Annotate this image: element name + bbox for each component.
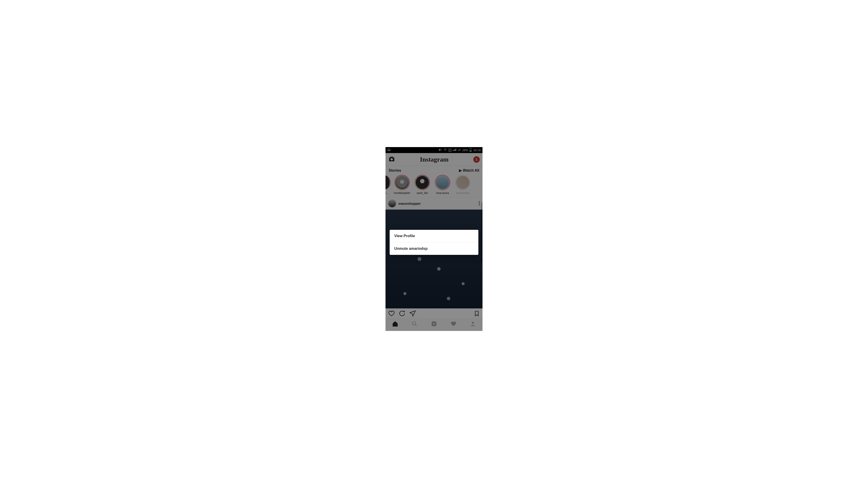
camera-icon[interactable] [388, 156, 395, 163]
clock-time: 16:18 [473, 149, 480, 152]
svg-rect-2 [453, 150, 453, 151]
story-username: humblespiker [394, 191, 410, 195]
svg-point-14 [412, 321, 415, 325]
post-username[interactable]: maceshopper [398, 201, 421, 205]
svg-point-1 [445, 151, 445, 151]
story-username: reza.essra [436, 191, 449, 195]
story-item[interactable]: reza.essra [434, 175, 451, 195]
image-indicator-icon [388, 148, 391, 152]
bottom-nav [385, 319, 483, 329]
dm-badge[interactable]: 1 [473, 156, 480, 163]
svg-rect-4 [455, 149, 455, 151]
svg-rect-3 [454, 150, 454, 151]
watch-all-label: Watch All [463, 168, 479, 172]
share-icon[interactable] [409, 310, 416, 318]
post-options-icon[interactable] [479, 201, 480, 205]
story-username: amariodsp [456, 191, 469, 195]
story-item-muted[interactable]: amariodsp [455, 175, 471, 195]
instagram-logo: Instagram [420, 156, 448, 163]
nav-search-icon[interactable] [411, 321, 417, 328]
stories-header: Stories ▶ Watch All [385, 166, 483, 174]
nav-activity-icon[interactable] [451, 321, 457, 328]
stories-title: Stories [389, 168, 401, 172]
svg-rect-7 [459, 150, 459, 151]
post-header: maceshopper [385, 197, 483, 210]
comment-icon[interactable] [399, 310, 405, 318]
nav-profile-icon[interactable] [470, 321, 476, 328]
story-username: ikin… [385, 191, 389, 195]
svg-line-15 [415, 324, 417, 326]
svg-point-19 [472, 322, 474, 324]
unmute-option[interactable]: Unmute amariodsp [390, 243, 478, 255]
bookmark-icon[interactable] [474, 310, 480, 318]
like-icon[interactable] [388, 310, 395, 318]
battery-percent: 28% [462, 149, 468, 152]
watch-all-button[interactable]: ▶ Watch All [459, 168, 479, 172]
signal-icon [453, 148, 457, 152]
svg-rect-9 [460, 149, 460, 151]
nav-home-icon[interactable] [392, 321, 398, 328]
story-username: sarie_fah [416, 191, 428, 195]
nav-add-icon[interactable] [431, 321, 437, 328]
svg-rect-6 [458, 150, 458, 151]
app-bar: Instagram 1 [385, 153, 483, 166]
story-item[interactable]: sarie_fah [414, 175, 431, 195]
svg-point-13 [391, 158, 393, 160]
wifi-icon [443, 148, 447, 152]
story-item[interactable]: humblespiker [394, 175, 410, 195]
phone-screen: 1 28% 16:18 Instagram 1 Stories ▶ Watch … [385, 147, 483, 331]
svg-rect-11 [470, 148, 471, 149]
post-avatar[interactable] [388, 199, 396, 207]
signal-icon-2 [458, 148, 461, 152]
story-options-modal: View Profile Unmute amariodsp [390, 230, 478, 255]
status-bar: 1 28% 16:18 [385, 147, 483, 153]
scrollbar-indicator [481, 202, 482, 262]
story-item[interactable]: ikin… [385, 175, 390, 195]
post-image[interactable] [385, 210, 483, 309]
play-icon: ▶ [459, 168, 462, 172]
svg-line-0 [441, 149, 442, 151]
svg-rect-8 [459, 149, 460, 151]
svg-rect-5 [456, 149, 456, 151]
sim-indicator: 1 [448, 149, 452, 152]
view-profile-option[interactable]: View Profile [390, 230, 478, 243]
stories-row[interactable]: ikin… humblespiker sarie_fah reza.essra … [385, 174, 483, 197]
mute-icon [438, 148, 442, 152]
post-actions [385, 309, 483, 319]
battery-icon [469, 148, 472, 152]
svg-rect-12 [470, 151, 471, 151]
